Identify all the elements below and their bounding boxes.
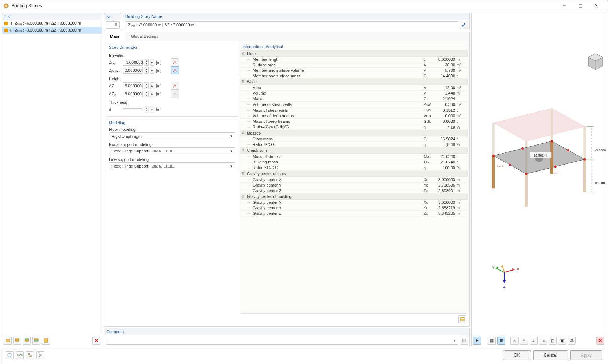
pick-z-bottom-button[interactable]	[171, 66, 179, 74]
info-category[interactable]: Walls	[240, 79, 468, 85]
preview-3d[interactable]: 16.5024 t SC 1 SC 1 -3.000000 m 0.000000…	[472, 13, 606, 335]
view-tool-axes[interactable]: ⊞	[497, 337, 505, 345]
chevron-down-icon: ▾	[230, 149, 232, 154]
list-item[interactable]: 1 Zₜₒₚ : -6.000000 m | ΔZ : 3.000000 m	[2, 20, 102, 27]
info-category[interactable]: Masses	[240, 130, 468, 136]
info-row: Gravity center ZZc-2.808901m	[240, 188, 468, 194]
comment-input[interactable]: ▾	[106, 337, 458, 345]
info-row: Gravity center YYc2.558219m	[240, 205, 468, 211]
z-top-step[interactable]: ▸	[150, 59, 154, 66]
view-tool-xy[interactable]: X	[510, 337, 519, 345]
svg-rect-3	[579, 4, 582, 7]
info-row: VolumeV1.440m³	[240, 91, 468, 96]
unit-label: [m]	[156, 92, 161, 96]
story-color-chip	[4, 29, 8, 32]
list-tool-5[interactable]	[42, 337, 50, 345]
info-settings-button[interactable]	[458, 315, 466, 323]
z-bottom-input[interactable]: 0.000000	[123, 67, 143, 74]
view-tool-flip[interactable]: -Z	[539, 337, 547, 345]
delete-button[interactable]	[92, 337, 100, 345]
list-tool-3[interactable]	[23, 337, 31, 345]
list-item[interactable]: 0 Zₜₒₚ : -3.000000 m | ΔZ : 3.000000 m	[2, 27, 102, 34]
story-list[interactable]: 1 Zₜₒₚ : -6.000000 m | ΔZ : 3.000000 m 0…	[2, 20, 102, 335]
maximize-button[interactable]	[572, 1, 589, 11]
dz-label: ΔZ	[109, 84, 121, 88]
tab-main[interactable]: Main	[104, 32, 125, 41]
story-color-chip	[4, 22, 8, 25]
tab-global-settings[interactable]: Global Settings	[125, 32, 164, 41]
svg-point-41	[567, 149, 569, 151]
z-top-label: Zₜₒₚ	[109, 60, 121, 65]
dz0-step[interactable]: ▸	[150, 91, 154, 97]
tree-button[interactable]	[26, 351, 34, 359]
list-item-idx: 1	[10, 21, 12, 26]
z-bottom-spinner[interactable]: ▲▼	[144, 67, 149, 74]
line-support-select[interactable]: Fixed Hinge Support | ☑☑☑ ☐☐☐▾	[109, 162, 235, 170]
info-table: Information | Analytical FloorMember len…	[240, 43, 468, 314]
minimize-button[interactable]	[556, 1, 572, 11]
view-tool-xz[interactable]: Z	[530, 337, 538, 345]
info-row: Volume of deep beamsVdb0.000m³	[240, 113, 468, 119]
pick-z-top-button[interactable]	[171, 58, 179, 66]
view-tool-yz[interactable]: Y	[520, 337, 528, 345]
svg-rect-14	[44, 339, 48, 342]
list-tool-1[interactable]	[4, 337, 12, 345]
view-tool-persp[interactable]: ▣	[558, 337, 566, 345]
edit-name-button[interactable]	[460, 21, 468, 29]
svg-rect-7	[6, 341, 10, 342]
view-tool-close[interactable]	[596, 337, 604, 345]
no-field[interactable]: 0	[106, 21, 120, 29]
info-category[interactable]: Gravity center of story	[240, 171, 468, 177]
svg-rect-11	[25, 340, 29, 341]
svg-marker-60	[496, 266, 498, 269]
comment-library-button[interactable]	[460, 337, 468, 345]
floor-modeling-select[interactable]: Rigid Diaphragm▾	[109, 132, 235, 140]
pick-dz-button[interactable]	[171, 82, 179, 90]
name-field[interactable]: Zₜₒₚ : -3.000000 m | ΔZ : 3.000000 m	[125, 21, 458, 29]
info-row: Mass of storiesΣGₛ21.0240t	[240, 154, 468, 159]
list-tool-4[interactable]	[32, 337, 40, 345]
name-label: Building Story Name	[123, 13, 469, 20]
z-top-spinner[interactable]: ▲▼	[144, 59, 149, 66]
unit-label: [m]	[156, 60, 161, 65]
svg-point-45	[509, 164, 511, 166]
view-tool-iso[interactable]: ◫	[549, 337, 557, 345]
svg-text:SC 1: SC 1	[497, 164, 504, 168]
ok-button[interactable]: OK	[503, 350, 531, 360]
view-tool-print[interactable]: 🖶	[568, 337, 576, 345]
help-button[interactable]	[6, 351, 14, 359]
dz-spinner[interactable]: ▲▼	[144, 82, 149, 89]
apply-button: Apply	[570, 350, 602, 360]
view-tool-cursor[interactable]	[473, 337, 481, 345]
svg-marker-57	[512, 268, 514, 271]
dz0-spinner[interactable]: ▲▼	[144, 91, 149, 97]
line-support-label: Line support modeling	[109, 155, 235, 162]
svg-point-43	[554, 166, 557, 168]
svg-rect-19	[461, 320, 464, 320]
z-top-input[interactable]: -3.000000	[123, 59, 143, 66]
info-row: Ratio=ΣGₛ/ΣGη100.00%	[240, 165, 468, 171]
info-row: Building massΣG21.0240t	[240, 159, 468, 165]
list-tool-2[interactable]	[13, 337, 21, 345]
dz-step[interactable]: ▸	[150, 82, 154, 89]
info-category[interactable]: Gravity center of building	[240, 194, 468, 200]
units-button[interactable]: 0.00	[16, 351, 24, 359]
dz-input[interactable]: 3.000000	[123, 82, 143, 89]
dz0-input[interactable]: 3.000000	[123, 91, 143, 97]
info-row: AreaA12.00m²	[240, 85, 468, 91]
z-bottom-step[interactable]: ▸	[150, 67, 154, 74]
info-row: MassG2.1024t	[240, 96, 468, 102]
nodal-support-select[interactable]: Fixed Hinge Support | ☑☑☑ ☐☐☐▾	[109, 147, 235, 155]
svg-text:0.000000 m: 0.000000 m	[595, 181, 606, 185]
list-item-label: Zₜₒₚ : -3.000000 m | ΔZ : 3.000000 m	[15, 28, 81, 33]
info-category[interactable]: Check sum	[240, 147, 468, 154]
view-tool-grid[interactable]: ▦	[488, 337, 496, 345]
close-button[interactable]	[589, 1, 605, 11]
info-title: Information | Analytical	[240, 43, 468, 51]
d-label: d	[109, 107, 121, 111]
info-category[interactable]: Floor	[240, 51, 468, 57]
script-button[interactable]: f²	[36, 351, 44, 359]
info-row: Ratio=G/ΣGη78.49%	[240, 142, 468, 147]
svg-marker-66	[501, 265, 504, 267]
cancel-button[interactable]: Cancel	[533, 350, 568, 360]
